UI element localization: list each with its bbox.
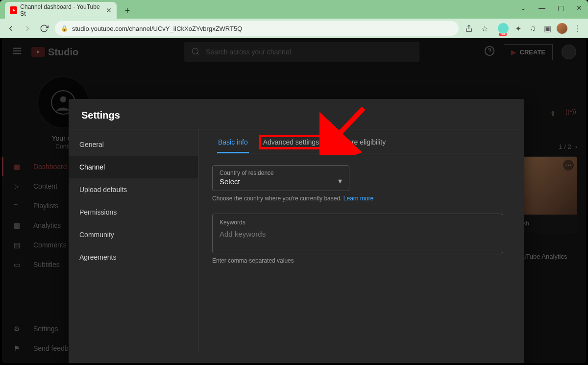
new-tab-button[interactable]: + — [121, 4, 134, 18]
country-hint: Choose the country where you're currentl… — [212, 195, 511, 202]
browser-tab[interactable]: Channel dashboard - YouTube St ✕ — [5, 2, 117, 19]
keywords-hint: Enter comma-separated values — [212, 257, 511, 264]
share-icon[interactable] — [464, 23, 474, 34]
browser-chrome: Channel dashboard - YouTube St ✕ + ⌄ — ▢… — [0, 0, 588, 38]
star-icon[interactable]: ☆ — [479, 23, 490, 34]
playlist-icon[interactable]: ♫ — [527, 23, 538, 34]
window-controls: ⌄ — ▢ ✕ — [518, 4, 584, 12]
close-tab-icon[interactable]: ✕ — [106, 6, 112, 14]
url-actions: ☆ — [464, 23, 490, 34]
tab-basic-info[interactable]: Basic info — [217, 129, 249, 153]
chevron-down-icon[interactable]: ⌄ — [518, 4, 528, 12]
settings-modal: Settings General Channel Upload defaults… — [69, 99, 524, 363]
tab-title: Channel dashboard - YouTube St — [20, 3, 103, 17]
annotation-highlight: Advanced settings — [259, 135, 323, 149]
country-select[interactable]: Country of residence Select ▾ — [212, 165, 349, 191]
modal-nav-permissions[interactable]: Permissions — [69, 201, 198, 223]
svg-marker-0 — [13, 9, 15, 12]
keywords-label: Keywords — [220, 219, 496, 226]
youtube-favicon — [10, 6, 17, 14]
url-text: studio.youtube.com/channel/UCvY_iICkXoZY… — [72, 25, 242, 32]
forward-icon — [22, 23, 33, 34]
modal-nav-upload-defaults[interactable]: Upload defaults — [69, 178, 198, 201]
profile-avatar[interactable] — [557, 23, 567, 34]
panel-icon[interactable]: ▣ — [542, 23, 553, 34]
annotation-arrow — [319, 101, 373, 157]
caret-down-icon: ▾ — [338, 176, 342, 186]
modal-nav-channel[interactable]: Channel — [69, 156, 198, 178]
svg-line-13 — [334, 108, 364, 139]
modal-title: Settings — [69, 99, 524, 129]
modal-nav-agreements[interactable]: Agreements — [69, 246, 198, 268]
modal-nav-community[interactable]: Community — [69, 223, 198, 246]
save-button[interactable]: SAVE — [493, 362, 512, 363]
keywords-input[interactable]: Keywords Add keywords — [212, 214, 503, 253]
lock-icon: 🔒 — [61, 25, 68, 32]
modal-footer: CLOSE SAVE — [69, 352, 524, 363]
country-value: Select — [220, 177, 342, 186]
close-window-icon[interactable]: ✕ — [574, 4, 584, 12]
youtube-studio-app: Studio Search across your channel ▶ CREA… — [2, 38, 586, 363]
learn-more-link[interactable]: Learn more — [343, 195, 373, 202]
nav-bar: 🔒 studio.youtube.com/channel/UCvY_iICkXo… — [0, 19, 588, 38]
close-button[interactable]: CLOSE — [458, 362, 482, 363]
tab-bar: Channel dashboard - YouTube St ✕ + — [0, 0, 588, 19]
puzzle-icon[interactable]: ✦ — [513, 23, 523, 34]
minimize-icon[interactable]: — — [537, 4, 547, 12]
extension-off-icon[interactable] — [498, 23, 509, 34]
keywords-placeholder: Add keywords — [220, 230, 496, 238]
modal-sidebar: General Channel Upload defaults Permissi… — [69, 129, 198, 352]
modal-nav-general[interactable]: General — [69, 133, 198, 156]
modal-content: Basic info Advanced settings Feature eli… — [198, 129, 524, 352]
reload-icon[interactable] — [38, 23, 50, 34]
extensions-bar: ✦ ♫ ▣ ⋮ — [498, 23, 583, 34]
kebab-menu-icon[interactable]: ⋮ — [571, 24, 583, 33]
url-bar[interactable]: 🔒 studio.youtube.com/channel/UCvY_iICkXo… — [55, 21, 459, 36]
country-label: Country of residence — [220, 170, 342, 176]
hint-text: Choose the country where you're currentl… — [212, 195, 343, 202]
tab-advanced-settings[interactable]: Advanced settings — [262, 129, 320, 153]
maximize-icon[interactable]: ▢ — [556, 4, 565, 12]
back-icon[interactable] — [5, 23, 17, 34]
